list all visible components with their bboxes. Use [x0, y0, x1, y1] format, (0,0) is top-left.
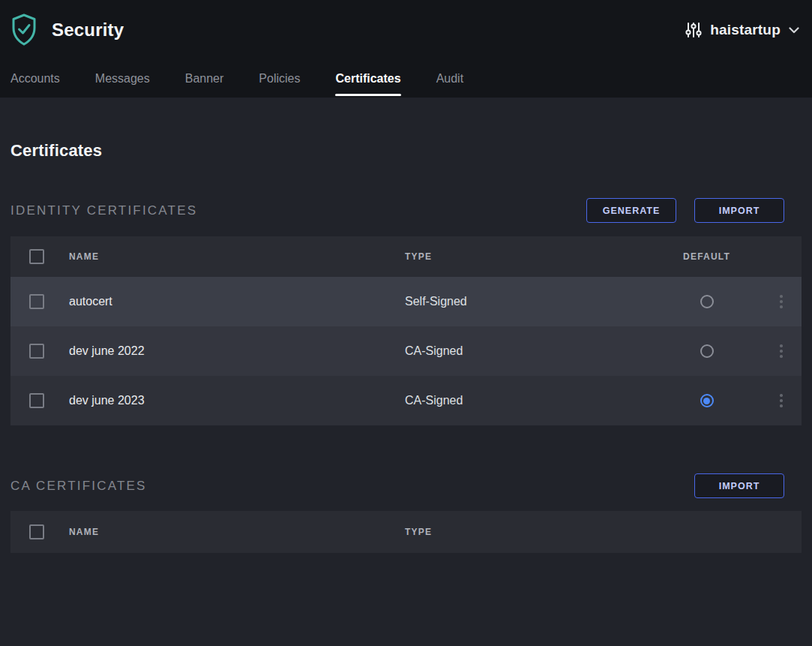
tab-bar: Accounts Messages Banner Policies Certif… [0, 60, 812, 98]
tab-policies[interactable]: Policies [259, 60, 300, 98]
column-header-name: NAME [69, 251, 405, 262]
tab-certificates[interactable]: Certificates [335, 60, 400, 98]
account-switcher[interactable]: haistartup [685, 21, 799, 39]
table-row-dev-june-2022: dev june 2022 CA-Signed [10, 326, 802, 376]
row-checkbox[interactable] [29, 344, 44, 359]
table-row-dev-june-2023: dev june 2023 CA-Signed [10, 376, 802, 425]
default-radio[interactable] [700, 295, 714, 308]
cert-name: dev june 2022 [69, 344, 405, 358]
select-all-checkbox[interactable] [29, 249, 44, 264]
tenant-name: haistartup [710, 22, 781, 38]
row-checkbox[interactable] [29, 393, 44, 408]
kebab-menu-icon[interactable] [777, 292, 786, 311]
ca-certificates-table: NAME TYPE [10, 511, 802, 553]
tab-banner[interactable]: Banner [185, 60, 224, 98]
actions-cell [761, 341, 802, 361]
page-title: Certificates [10, 141, 802, 161]
shield-check-icon [10, 14, 37, 47]
identity-certificates-table: NAME TYPE DEFAULT autocert Self-Signed [10, 236, 802, 425]
cert-type: CA-Signed [405, 394, 652, 407]
sliders-icon [685, 21, 702, 39]
cert-type: Self-Signed [405, 295, 652, 308]
identity-actions: GENERATE IMPORT [586, 198, 802, 223]
tab-audit[interactable]: Audit [436, 60, 463, 98]
default-radio[interactable] [700, 344, 714, 358]
chevron-down-icon [789, 27, 799, 34]
ca-select-all-checkbox[interactable] [29, 524, 44, 539]
cert-type: CA-Signed [405, 344, 652, 358]
column-header-type: TYPE [405, 251, 652, 262]
tab-accounts[interactable]: Accounts [10, 60, 60, 98]
app-title: Security [52, 20, 124, 41]
tab-messages[interactable]: Messages [95, 60, 150, 98]
ca-certificates-section: CA CERTIFICATES IMPORT NAME TYPE [10, 473, 802, 553]
column-header-default: DEFAULT [652, 251, 761, 262]
top-bar: Security haistartup [0, 0, 812, 98]
row-checkbox-cell [10, 344, 69, 359]
ca-section-header: CA CERTIFICATES IMPORT [10, 473, 802, 498]
kebab-menu-icon[interactable] [777, 391, 786, 410]
default-cell [652, 394, 761, 407]
header-checkbox-cell [10, 249, 69, 264]
generate-button[interactable]: GENERATE [586, 198, 676, 223]
import-ca-button[interactable]: IMPORT [694, 473, 784, 498]
actions-cell [761, 391, 802, 410]
cert-name: dev june 2023 [69, 394, 405, 407]
identity-section-title: IDENTITY CERTIFICATES [10, 203, 197, 218]
identity-section-header: IDENTITY CERTIFICATES GENERATE IMPORT [10, 198, 802, 223]
column-header-type: TYPE [405, 527, 652, 537]
default-cell [652, 344, 761, 358]
import-identity-button[interactable]: IMPORT [694, 198, 784, 223]
row-checkbox[interactable] [29, 294, 44, 309]
default-cell [652, 295, 761, 308]
main-content: Certificates IDENTITY CERTIFICATES GENER… [0, 141, 812, 553]
row-checkbox-cell [10, 294, 69, 309]
default-radio[interactable] [700, 394, 714, 407]
identity-certificates-section: IDENTITY CERTIFICATES GENERATE IMPORT NA… [10, 198, 802, 425]
actions-cell [761, 292, 802, 311]
ca-table-header-row: NAME TYPE [10, 511, 802, 553]
identity-table-header-row: NAME TYPE DEFAULT [10, 236, 802, 277]
column-header-name: NAME [69, 527, 405, 537]
ca-actions: IMPORT [694, 473, 802, 498]
kebab-menu-icon[interactable] [777, 341, 786, 361]
ca-section-title: CA CERTIFICATES [10, 479, 147, 494]
cert-name: autocert [69, 295, 405, 308]
row-checkbox-cell [10, 393, 69, 408]
app-header: Security haistartup [0, 0, 812, 60]
header-checkbox-cell [10, 524, 69, 539]
table-row-autocert: autocert Self-Signed [10, 277, 802, 326]
